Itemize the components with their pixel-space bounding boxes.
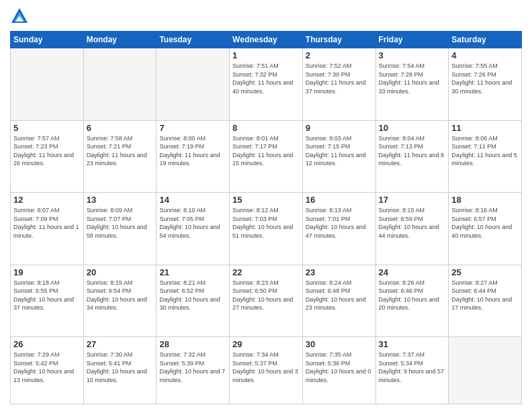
day-number: 5 xyxy=(13,123,81,133)
calendar-day-cell: 31Sunrise: 7:37 AM Sunset: 5:34 PM Dayli… xyxy=(375,337,449,404)
day-number: 22 xyxy=(232,267,300,277)
weekday-header: Friday xyxy=(375,32,449,48)
day-number: 12 xyxy=(13,195,81,205)
calendar-day-cell: 15Sunrise: 8:12 AM Sunset: 7:03 PM Dayli… xyxy=(230,193,303,265)
calendar-day-cell: 11Sunrise: 8:06 AM Sunset: 7:11 PM Dayli… xyxy=(449,120,522,193)
day-info: Sunrise: 7:52 AM Sunset: 7:30 PM Dayligh… xyxy=(306,62,373,95)
day-info: Sunrise: 8:10 AM Sunset: 7:05 PM Dayligh… xyxy=(159,206,226,240)
day-info: Sunrise: 7:57 AM Sunset: 7:23 PM Dayligh… xyxy=(13,134,81,168)
day-info: Sunrise: 8:09 AM Sunset: 7:07 PM Dayligh… xyxy=(87,206,154,240)
calendar-day-cell: 6Sunrise: 7:58 AM Sunset: 7:21 PM Daylig… xyxy=(83,120,157,193)
day-number: 29 xyxy=(232,339,300,349)
calendar-day-cell: 22Sunrise: 8:23 AM Sunset: 6:50 PM Dayli… xyxy=(230,265,303,337)
day-info: Sunrise: 8:06 AM Sunset: 7:11 PM Dayligh… xyxy=(451,134,519,168)
day-number: 16 xyxy=(306,195,373,205)
calendar-week-row: 26Sunrise: 7:29 AM Sunset: 5:42 PM Dayli… xyxy=(11,337,522,404)
day-info: Sunrise: 8:21 AM Sunset: 6:52 PM Dayligh… xyxy=(159,279,226,312)
calendar-day-cell xyxy=(83,48,157,121)
calendar-day-cell: 24Sunrise: 8:26 AM Sunset: 6:46 PM Dayli… xyxy=(375,265,449,337)
day-info: Sunrise: 8:27 AM Sunset: 6:44 PM Dayligh… xyxy=(451,279,519,312)
day-info: Sunrise: 8:01 AM Sunset: 7:17 PM Dayligh… xyxy=(232,134,300,168)
day-info: Sunrise: 8:13 AM Sunset: 7:01 PM Dayligh… xyxy=(306,206,373,240)
calendar-week-row: 19Sunrise: 8:18 AM Sunset: 6:55 PM Dayli… xyxy=(11,265,522,337)
day-info: Sunrise: 7:58 AM Sunset: 7:21 PM Dayligh… xyxy=(87,134,154,168)
weekday-header: Sunday xyxy=(11,32,84,48)
calendar-day-cell: 12Sunrise: 8:07 AM Sunset: 7:09 PM Dayli… xyxy=(11,193,84,265)
day-number: 2 xyxy=(306,50,373,60)
day-number: 18 xyxy=(451,195,519,205)
day-number: 25 xyxy=(451,267,519,277)
weekday-header: Thursday xyxy=(302,32,375,48)
day-number: 4 xyxy=(451,50,519,60)
calendar-day-cell: 7Sunrise: 8:00 AM Sunset: 7:19 PM Daylig… xyxy=(157,120,230,193)
day-info: Sunrise: 8:12 AM Sunset: 7:03 PM Dayligh… xyxy=(232,206,300,240)
calendar-day-cell xyxy=(449,337,522,404)
calendar-day-cell: 13Sunrise: 8:09 AM Sunset: 7:07 PM Dayli… xyxy=(83,193,157,265)
logo-icon xyxy=(10,7,29,26)
calendar-day-cell: 1Sunrise: 7:51 AM Sunset: 7:32 PM Daylig… xyxy=(230,48,303,121)
day-info: Sunrise: 7:32 AM Sunset: 5:39 PM Dayligh… xyxy=(159,351,226,384)
day-number: 10 xyxy=(379,123,446,133)
day-number: 30 xyxy=(306,339,373,349)
day-number: 11 xyxy=(451,123,519,133)
day-number: 8 xyxy=(232,123,300,133)
day-info: Sunrise: 8:03 AM Sunset: 7:15 PM Dayligh… xyxy=(306,134,373,168)
day-info: Sunrise: 8:00 AM Sunset: 7:19 PM Dayligh… xyxy=(159,134,226,168)
day-number: 13 xyxy=(87,195,154,205)
day-number: 27 xyxy=(87,339,154,349)
page: SundayMondayTuesdayWednesdayThursdayFrid… xyxy=(0,0,532,411)
calendar-day-cell: 17Sunrise: 8:15 AM Sunset: 6:59 PM Dayli… xyxy=(375,193,449,265)
logo xyxy=(10,7,32,26)
calendar-day-cell: 4Sunrise: 7:55 AM Sunset: 7:26 PM Daylig… xyxy=(449,48,522,121)
day-number: 26 xyxy=(13,339,81,349)
weekday-header: Tuesday xyxy=(157,32,230,48)
day-number: 7 xyxy=(159,123,226,133)
day-info: Sunrise: 7:29 AM Sunset: 5:42 PM Dayligh… xyxy=(13,351,81,384)
calendar-day-cell: 26Sunrise: 7:29 AM Sunset: 5:42 PM Dayli… xyxy=(11,337,84,404)
day-info: Sunrise: 7:35 AM Sunset: 5:36 PM Dayligh… xyxy=(306,351,373,384)
calendar-day-cell: 27Sunrise: 7:30 AM Sunset: 5:41 PM Dayli… xyxy=(83,337,157,404)
day-info: Sunrise: 8:07 AM Sunset: 7:09 PM Dayligh… xyxy=(13,206,81,240)
day-info: Sunrise: 8:18 AM Sunset: 6:55 PM Dayligh… xyxy=(13,279,81,312)
day-info: Sunrise: 7:54 AM Sunset: 7:28 PM Dayligh… xyxy=(379,62,446,95)
calendar-day-cell: 3Sunrise: 7:54 AM Sunset: 7:28 PM Daylig… xyxy=(375,48,449,121)
header xyxy=(10,7,522,26)
calendar-day-cell: 5Sunrise: 7:57 AM Sunset: 7:23 PM Daylig… xyxy=(11,120,84,193)
day-number: 21 xyxy=(159,267,226,277)
calendar-day-cell xyxy=(157,48,230,121)
day-number: 15 xyxy=(232,195,300,205)
calendar-table: SundayMondayTuesdayWednesdayThursdayFrid… xyxy=(10,31,522,404)
day-info: Sunrise: 8:23 AM Sunset: 6:50 PM Dayligh… xyxy=(232,279,300,312)
calendar-day-cell: 16Sunrise: 8:13 AM Sunset: 7:01 PM Dayli… xyxy=(302,193,375,265)
calendar-day-cell: 9Sunrise: 8:03 AM Sunset: 7:15 PM Daylig… xyxy=(302,120,375,193)
calendar-day-cell: 29Sunrise: 7:34 AM Sunset: 5:37 PM Dayli… xyxy=(230,337,303,404)
calendar-day-cell: 23Sunrise: 8:24 AM Sunset: 6:48 PM Dayli… xyxy=(302,265,375,337)
calendar-day-cell xyxy=(11,48,84,121)
calendar-day-cell: 25Sunrise: 8:27 AM Sunset: 6:44 PM Dayli… xyxy=(449,265,522,337)
day-number: 19 xyxy=(13,267,81,277)
weekday-header: Wednesday xyxy=(230,32,303,48)
day-number: 6 xyxy=(87,123,154,133)
calendar-day-cell: 19Sunrise: 8:18 AM Sunset: 6:55 PM Dayli… xyxy=(11,265,84,337)
day-info: Sunrise: 8:26 AM Sunset: 6:46 PM Dayligh… xyxy=(379,279,446,312)
day-info: Sunrise: 7:51 AM Sunset: 7:32 PM Dayligh… xyxy=(232,62,300,95)
day-number: 24 xyxy=(379,267,446,277)
day-number: 9 xyxy=(306,123,373,133)
calendar-week-row: 5Sunrise: 7:57 AM Sunset: 7:23 PM Daylig… xyxy=(11,120,522,193)
day-number: 3 xyxy=(379,50,446,60)
calendar-day-cell: 30Sunrise: 7:35 AM Sunset: 5:36 PM Dayli… xyxy=(302,337,375,404)
day-info: Sunrise: 7:34 AM Sunset: 5:37 PM Dayligh… xyxy=(232,351,300,384)
day-number: 17 xyxy=(379,195,446,205)
day-number: 31 xyxy=(379,339,446,349)
calendar-day-cell: 8Sunrise: 8:01 AM Sunset: 7:17 PM Daylig… xyxy=(230,120,303,193)
header-row: SundayMondayTuesdayWednesdayThursdayFrid… xyxy=(11,32,522,48)
calendar-week-row: 12Sunrise: 8:07 AM Sunset: 7:09 PM Dayli… xyxy=(11,193,522,265)
day-number: 23 xyxy=(306,267,373,277)
calendar-day-cell: 21Sunrise: 8:21 AM Sunset: 6:52 PM Dayli… xyxy=(157,265,230,337)
calendar-day-cell: 18Sunrise: 8:16 AM Sunset: 6:57 PM Dayli… xyxy=(449,193,522,265)
weekday-header: Saturday xyxy=(449,32,522,48)
day-number: 1 xyxy=(232,50,300,60)
calendar-day-cell: 14Sunrise: 8:10 AM Sunset: 7:05 PM Dayli… xyxy=(157,193,230,265)
calendar-day-cell: 28Sunrise: 7:32 AM Sunset: 5:39 PM Dayli… xyxy=(157,337,230,404)
day-number: 14 xyxy=(159,195,226,205)
